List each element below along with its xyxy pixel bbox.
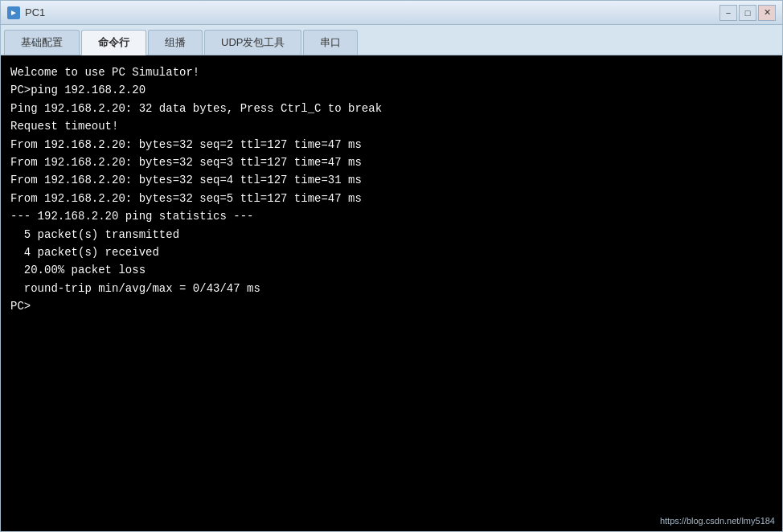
minimize-button[interactable]: − [719, 5, 737, 21]
close-button[interactable]: ✕ [758, 5, 776, 21]
tab-udp[interactable]: UDP发包工具 [204, 30, 301, 55]
terminal-line: 4 packet(s) received [10, 243, 773, 261]
main-window: ► PC1 − □ ✕ 基础配置命令行组播UDP发包工具串口 Welcome t… [0, 0, 783, 532]
terminal-line: From 192.168.2.20: bytes=32 seq=5 ttl=12… [10, 190, 773, 207]
terminal-line: PC>ping 192.168.2.20 [10, 81, 773, 99]
terminal-line: From 192.168.2.20: bytes=32 seq=2 ttl=12… [10, 136, 773, 153]
watermark: https://blog.csdn.net/lmy5184 [660, 516, 775, 526]
terminal-line: round-trip min/avg/max = 0/43/47 ms [10, 280, 773, 297]
maximize-button[interactable]: □ [739, 5, 756, 21]
app-icon: ► [7, 6, 20, 19]
tab-multicast[interactable]: 组播 [148, 30, 203, 55]
terminal-line: 20.00% packet loss [10, 261, 773, 279]
title-bar-left: ► PC1 [7, 6, 45, 19]
tab-serial[interactable]: 串口 [303, 30, 358, 55]
window-title: PC1 [25, 6, 45, 18]
terminal-area[interactable]: Welcome to use PC Simulator!PC>ping 192.… [1, 55, 782, 531]
tab-bar: 基础配置命令行组播UDP发包工具串口 [1, 25, 782, 55]
terminal-line: Welcome to use PC Simulator! [10, 63, 773, 81]
title-bar: ► PC1 − □ ✕ [1, 1, 782, 25]
terminal-line: --- 192.168.2.20 ping statistics --- [10, 207, 773, 225]
terminal-line: From 192.168.2.20: bytes=32 seq=3 ttl=12… [10, 153, 773, 171]
terminal-line: 5 packet(s) transmitted [10, 226, 773, 243]
terminal-line: From 192.168.2.20: bytes=32 seq=4 ttl=12… [10, 171, 773, 189]
terminal-line: PC> [10, 297, 773, 315]
terminal-line: Ping 192.168.2.20: 32 data bytes, Press … [10, 100, 773, 117]
tab-cmd[interactable]: 命令行 [81, 30, 146, 55]
terminal-line: Request timeout! [10, 117, 773, 135]
window-controls: − □ ✕ [719, 5, 776, 21]
tab-basic[interactable]: 基础配置 [4, 30, 80, 55]
